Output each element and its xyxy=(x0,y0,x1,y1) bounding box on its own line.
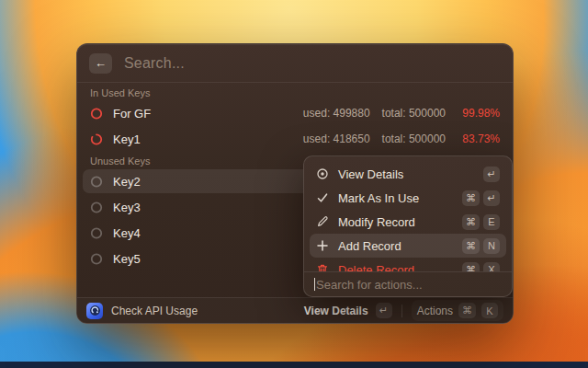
actions-button-label: Actions xyxy=(417,305,453,317)
actions-menu: View Details ↵ Mark As In Use ⌘ ↵ xyxy=(303,155,513,297)
return-key-badge: ↵ xyxy=(376,303,392,318)
key-name: Key4 xyxy=(113,226,141,240)
action-view-details[interactable]: View Details ↵ xyxy=(310,162,506,186)
key-name: Key2 xyxy=(113,175,141,189)
check-api-usage-app-icon xyxy=(86,303,103,319)
progress-ring-icon xyxy=(90,252,103,266)
search-bar: ← Search... xyxy=(77,44,513,83)
check-icon xyxy=(316,191,329,204)
action-mark-as-in-use[interactable]: Mark As In Use ⌘ ↵ xyxy=(310,186,506,210)
list-item-for-gf[interactable]: For GF used: 499880 total: 500000 99.98% xyxy=(83,101,507,125)
action-label: View Details xyxy=(338,167,403,181)
progress-ring-icon xyxy=(90,226,103,240)
command-key-badge: ⌘ xyxy=(462,214,480,230)
primary-action-button[interactable]: View Details xyxy=(304,305,368,317)
progress-ring-icon xyxy=(90,201,103,214)
action-label: Delete Record xyxy=(338,263,414,272)
key-name: Key5 xyxy=(113,252,141,266)
plus-icon xyxy=(316,239,329,252)
text-caret xyxy=(314,278,315,291)
trash-icon xyxy=(316,263,329,271)
usage-percent: 99.98% xyxy=(458,107,500,120)
status-bar: Check API Usage View Details ↵ Actions ⌘… xyxy=(77,297,513,323)
key-name: For GF xyxy=(113,107,151,121)
extension-name: Check API Usage xyxy=(111,305,198,317)
pencil-icon xyxy=(316,215,329,228)
command-key-badge: ⌘ xyxy=(462,190,480,206)
back-button[interactable]: ← xyxy=(89,53,112,74)
e-key-badge: E xyxy=(483,214,500,230)
k-key-badge: K xyxy=(481,303,498,318)
actions-search-field[interactable]: Search for actions... xyxy=(304,272,512,296)
shortcut-keys: ⌘ X xyxy=(462,262,500,272)
usage-stats: used: 418650 total: 500000 83.73% xyxy=(303,132,500,145)
search-input[interactable]: Search... xyxy=(124,55,185,72)
progress-ring-icon xyxy=(90,132,103,146)
eye-icon xyxy=(316,167,329,180)
key-name: Key1 xyxy=(113,132,141,146)
return-key-badge: ↵ xyxy=(483,190,500,206)
n-key-badge: N xyxy=(483,238,500,254)
total-count: total: 500000 xyxy=(382,132,446,145)
actions-button[interactable]: Actions ⌘ K xyxy=(412,300,503,321)
command-key-badge: ⌘ xyxy=(462,238,480,254)
shortcut-keys: ⌘ E xyxy=(462,214,500,230)
action-modify-record[interactable]: Modify Record ⌘ E xyxy=(310,210,506,234)
shortcut-keys: ⌘ ↵ xyxy=(462,190,500,206)
total-count: total: 500000 xyxy=(382,107,446,120)
action-label: Mark As In Use xyxy=(338,191,419,205)
list-item-key1[interactable]: Key1 used: 418650 total: 500000 83.73% xyxy=(83,127,507,151)
used-count: used: 499880 xyxy=(303,107,370,120)
actions-menu-rows: View Details ↵ Mark As In Use ⌘ ↵ xyxy=(304,156,512,271)
launcher-window: ← Search... In Used Keys For GF used: 49… xyxy=(76,43,514,324)
status-bar-actions: View Details ↵ Actions ⌘ K xyxy=(304,300,503,321)
progress-ring-icon xyxy=(90,107,103,121)
action-label: Modify Record xyxy=(338,215,415,229)
command-key-badge: ⌘ xyxy=(462,262,480,272)
vertical-divider xyxy=(401,305,402,317)
usage-percent: 83.73% xyxy=(458,132,500,145)
shortcut-keys: ↵ xyxy=(483,167,500,182)
section-title-in-used-keys: In Used Keys xyxy=(90,86,500,99)
wallpaper-bottom-strip xyxy=(0,362,588,368)
actions-search-placeholder: Search for actions... xyxy=(316,278,423,292)
progress-ring-icon xyxy=(90,175,103,189)
action-delete-record[interactable]: Delete Record ⌘ X xyxy=(310,258,506,271)
usage-stats: used: 499880 total: 500000 99.98% xyxy=(303,107,500,120)
x-key-badge: X xyxy=(483,262,500,272)
action-add-record-highlighted[interactable]: Add Record ⌘ N xyxy=(310,234,506,258)
action-label: Add Record xyxy=(338,239,401,253)
return-key-badge: ↵ xyxy=(483,167,500,182)
key-name: Key3 xyxy=(113,201,141,214)
command-key-badge: ⌘ xyxy=(458,303,476,318)
arrow-left-icon: ← xyxy=(95,57,107,69)
used-count: used: 418650 xyxy=(303,132,370,145)
shortcut-keys: ⌘ N xyxy=(462,238,500,254)
